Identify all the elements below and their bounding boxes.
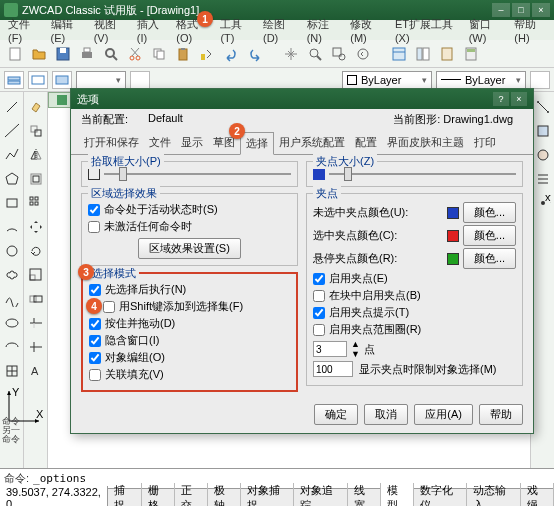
layer-select[interactable] (76, 71, 126, 89)
id-icon[interactable]: xy (532, 192, 554, 214)
list-icon[interactable] (532, 168, 554, 190)
range-spinner[interactable] (313, 341, 347, 357)
spline-icon[interactable] (1, 288, 23, 310)
area-icon[interactable] (532, 120, 554, 142)
pan-icon[interactable] (280, 43, 302, 65)
pickbox-slider[interactable] (88, 168, 291, 180)
copy-icon[interactable] (148, 43, 170, 65)
color-select[interactable]: ByLayer (342, 71, 432, 89)
menu-draw[interactable]: 绘图(D) (257, 15, 301, 46)
dist-icon[interactable] (532, 96, 554, 118)
ltype-btn[interactable] (530, 71, 550, 89)
text-icon[interactable]: A (25, 360, 47, 382)
menu-file[interactable]: 文件(F) (2, 15, 45, 46)
mirror-icon[interactable] (25, 144, 47, 166)
cancel-button[interactable]: 取消 (364, 404, 408, 425)
menu-modify[interactable]: 修改(M) (344, 15, 389, 46)
layer-btn2[interactable] (28, 71, 48, 89)
cut-icon[interactable] (124, 43, 146, 65)
hovercolor-button[interactable]: 颜色... (463, 248, 516, 269)
apply-button[interactable]: 应用(A) (414, 404, 473, 425)
chk-no-cmd[interactable]: 未激活任何命令时 (88, 219, 291, 234)
chk-grip-tips[interactable]: 启用夹点提示(T) (313, 305, 516, 320)
menu-view[interactable]: 视图(V) (88, 15, 131, 46)
tab-selection[interactable]: 选择 (240, 132, 274, 155)
ok-button[interactable]: 确定 (314, 404, 358, 425)
circle-icon[interactable] (1, 240, 23, 262)
region-effect-button[interactable]: 区域效果设置(S) (138, 238, 241, 259)
menu-help[interactable]: 帮助(H) (508, 15, 552, 46)
zoom-icon[interactable] (304, 43, 326, 65)
tab-opensave[interactable]: 打开和保存 (79, 132, 144, 154)
designcenter-icon[interactable] (412, 43, 434, 65)
gripsize-slider[interactable] (313, 168, 516, 180)
chk-assoc-hatch[interactable]: 关联填充(V) (89, 367, 290, 382)
grid-toggle[interactable]: 栅格 (142, 483, 175, 507)
menu-insert[interactable]: 插入(I) (131, 15, 170, 46)
chk-active-cmd[interactable]: 命令处于活动状态时(S) (88, 202, 291, 217)
print-icon[interactable] (76, 43, 98, 65)
xline-icon[interactable] (1, 120, 23, 142)
scale-icon[interactable] (25, 264, 47, 286)
help-button[interactable]: 帮助 (479, 404, 523, 425)
tab-skin[interactable]: 界面皮肤和主题 (382, 132, 469, 154)
preview-icon[interactable] (100, 43, 122, 65)
matchprop-icon[interactable] (196, 43, 218, 65)
move-icon[interactable] (25, 216, 47, 238)
pline-icon[interactable] (1, 144, 23, 166)
dyn-toggle[interactable]: 动态输入 (467, 483, 520, 507)
new-icon[interactable] (4, 43, 26, 65)
selcolor-button[interactable]: 颜色... (463, 225, 516, 246)
tab-profiles[interactable]: 配置 (350, 132, 382, 154)
chk-press-drag[interactable]: 按住并拖动(D) (89, 316, 290, 331)
tab-user[interactable]: 用户系统配置 (274, 132, 350, 154)
linetype-select[interactable]: ByLayer (436, 71, 526, 89)
menu-dimension[interactable]: 标注(N) (301, 15, 345, 46)
zoomwin-icon[interactable] (328, 43, 350, 65)
snap-toggle[interactable]: 捕捉 (108, 483, 141, 507)
chk-grip-range[interactable]: 启用夹点范围圈(R) (313, 322, 516, 337)
region-icon[interactable] (532, 144, 554, 166)
open-icon[interactable] (28, 43, 50, 65)
chk-enable-grips[interactable]: 启用夹点(E) (313, 271, 516, 286)
layer-btn3[interactable] (52, 71, 72, 89)
ellipse-icon[interactable] (1, 312, 23, 334)
menu-edit[interactable]: 编辑(E) (45, 15, 88, 46)
tab-files[interactable]: 文件 (144, 132, 176, 154)
array-icon[interactable] (25, 192, 47, 214)
ellipsearc-icon[interactable] (1, 336, 23, 358)
copyobj-icon[interactable] (25, 120, 47, 142)
zoomprev-icon[interactable] (352, 43, 374, 65)
properties-icon[interactable] (388, 43, 410, 65)
line-icon[interactable] (1, 96, 23, 118)
lasso-toggle[interactable]: 戏绳 (521, 483, 554, 507)
tab-print[interactable]: 打印 (469, 132, 501, 154)
polar-toggle[interactable]: 极轴 (208, 483, 241, 507)
stretch-icon[interactable] (25, 288, 47, 310)
lwt-toggle[interactable]: 线宽 (348, 483, 381, 507)
erase-icon[interactable] (25, 96, 47, 118)
menu-window[interactable]: 窗口(W) (463, 15, 509, 46)
toolpalette-icon[interactable] (436, 43, 458, 65)
rotate-icon[interactable] (25, 240, 47, 262)
trim-icon[interactable] (25, 312, 47, 334)
calc-icon[interactable] (460, 43, 482, 65)
polygon-icon[interactable] (1, 168, 23, 190)
rectangle-icon[interactable] (1, 192, 23, 214)
tab-display[interactable]: 显示 (176, 132, 208, 154)
menu-tools[interactable]: 工具(T) (214, 15, 257, 46)
insert-icon[interactable] (1, 360, 23, 382)
model-tab[interactable]: 模型 (381, 483, 414, 507)
chk-object-group[interactable]: 对象编组(O) (89, 350, 290, 365)
menu-et[interactable]: ET扩展工具(X) (389, 15, 463, 46)
redo-icon[interactable] (244, 43, 266, 65)
arc-icon[interactable] (1, 216, 23, 238)
chk-implied-window[interactable]: 隐含窗口(I) (89, 333, 290, 348)
save-icon[interactable] (52, 43, 74, 65)
otrack-toggle[interactable]: 对象追踪 (294, 483, 347, 507)
dialog-help-button[interactable]: ? (493, 92, 509, 106)
osnap-toggle[interactable]: 对象捕捉 (241, 483, 294, 507)
undo-icon[interactable] (220, 43, 242, 65)
revcloud-icon[interactable] (1, 264, 23, 286)
dialog-close-button[interactable]: × (511, 92, 527, 106)
